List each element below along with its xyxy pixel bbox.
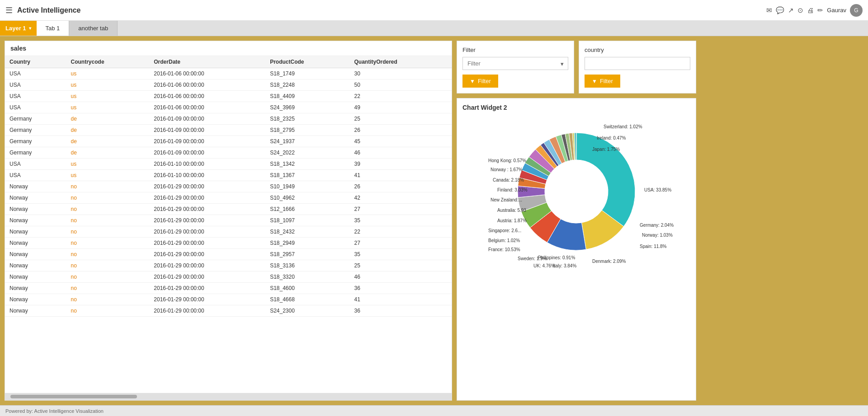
country-code-link[interactable]: us [71, 82, 77, 88]
chart-label: Spain: 11.8% [640, 244, 667, 249]
country-code-link[interactable]: no [71, 229, 77, 235]
chart-title: Chart Widget 2 [462, 104, 690, 111]
table-cell: 26 [349, 125, 452, 136]
table-cell: 2016-01-09 00:00:00 [149, 125, 265, 136]
country-code-link[interactable]: no [71, 240, 77, 246]
table-cell[interactable]: no [66, 204, 150, 215]
country-code-link[interactable]: no [71, 206, 77, 212]
chart-label: Japan: 1.75% [592, 147, 620, 152]
col-header-country: Country [5, 56, 66, 68]
table-cell[interactable]: us [66, 102, 150, 113]
hamburger-icon[interactable]: ☰ [5, 5, 13, 15]
chart-label: New Zealand:... [491, 197, 522, 202]
country-code-link[interactable]: de [71, 116, 77, 122]
country-code-link[interactable]: no [71, 308, 77, 314]
table-cell: 39 [349, 159, 452, 170]
table-cell: 2016-01-06 00:00:00 [149, 79, 265, 91]
table-row: USAus2016-01-06 00:00:00S18_440922 [5, 91, 452, 102]
chart-label: UK: 4.76% [533, 263, 555, 268]
table-cell[interactable]: us [66, 68, 150, 79]
chart-label: Canada: 2.18% [493, 178, 524, 182]
table-cell[interactable]: no [66, 271, 150, 283]
country-code-link[interactable]: no [71, 274, 77, 280]
table-cell: S10_4962 [265, 192, 349, 204]
table-cell: 27 [349, 238, 452, 249]
table-cell[interactable]: no [66, 192, 150, 204]
email-icon[interactable]: ✉ [766, 6, 772, 14]
tab-1[interactable]: Tab 1 [37, 21, 70, 36]
col-header-quantityordered: QuantityOrdered [349, 56, 452, 68]
edit-icon[interactable]: ✏ [817, 6, 823, 14]
country-code-link[interactable]: no [71, 217, 77, 224]
country-code-link[interactable]: no [71, 285, 77, 291]
country-code-link[interactable]: us [71, 93, 77, 99]
table-cell[interactable]: no [66, 238, 150, 249]
filter1-icon: ▼ [470, 78, 475, 84]
table-cell[interactable]: de [66, 125, 150, 136]
tab-another[interactable]: another tab [69, 21, 118, 36]
table-cell: Norway [5, 260, 66, 271]
country-code-link[interactable]: us [71, 104, 77, 111]
table-cell[interactable]: us [66, 79, 150, 91]
table-cell: S12_1666 [265, 204, 349, 215]
table-cell: 49 [349, 102, 452, 113]
table-cell: 2016-01-06 00:00:00 [149, 102, 265, 113]
layer-tab[interactable]: Layer 1 ▾ [0, 21, 37, 36]
table-cell[interactable]: de [66, 136, 150, 147]
country-code-link[interactable]: no [71, 296, 77, 303]
table-cell: Norway [5, 249, 66, 260]
country-code-link[interactable]: de [71, 127, 77, 133]
table-cell: S18_1342 [265, 159, 349, 170]
table-cell: S18_2432 [265, 226, 349, 238]
tab-bar: Layer 1 ▾ Tab 1 another tab [0, 21, 868, 36]
table-scroll[interactable]: CountryCountrycodeOrderDateProductCodeQu… [5, 56, 452, 393]
table-cell: 36 [349, 283, 452, 294]
table-row: Germanyde2016-01-09 00:00:00S24_202246 [5, 147, 452, 159]
print-icon[interactable]: 🖨 [807, 6, 814, 14]
country-code-link[interactable]: no [71, 195, 77, 201]
table-cell: 26 [349, 181, 452, 192]
chat-icon[interactable]: 💬 [776, 6, 784, 14]
table-row: Norwayno2016-01-29 00:00:00S18_466841 [5, 294, 452, 305]
table-cell[interactable]: no [66, 305, 150, 317]
horizontal-scrollbar[interactable] [5, 393, 452, 400]
table-cell[interactable]: us [66, 91, 150, 102]
settings-icon[interactable]: ⊙ [797, 6, 803, 14]
table-cell: S18_1367 [265, 170, 349, 181]
table-cell[interactable]: no [66, 294, 150, 305]
table-cell: 2016-01-06 00:00:00 [149, 68, 265, 79]
filter2-input[interactable] [585, 57, 690, 70]
table-cell: 2016-01-29 00:00:00 [149, 226, 265, 238]
table-cell[interactable]: us [66, 159, 150, 170]
table-cell[interactable]: de [66, 147, 150, 159]
table-cell: 2016-01-09 00:00:00 [149, 147, 265, 159]
filter1-input[interactable] [462, 57, 568, 70]
country-code-link[interactable]: no [71, 251, 77, 257]
country-code-link[interactable]: us [71, 172, 77, 178]
country-code-link[interactable]: no [71, 183, 77, 190]
country-code-link[interactable]: de [71, 138, 77, 145]
table-cell[interactable]: de [66, 113, 150, 125]
country-code-link[interactable]: us [71, 70, 77, 77]
table-cell: Germany [5, 113, 66, 125]
filter2-button[interactable]: ▼ Filter [585, 75, 620, 88]
country-code-link[interactable]: no [71, 262, 77, 269]
filter1-button[interactable]: ▼ Filter [462, 75, 498, 88]
table-cell[interactable]: no [66, 249, 150, 260]
table-cell[interactable]: no [66, 181, 150, 192]
table-cell: 22 [349, 91, 452, 102]
table-cell[interactable]: no [66, 260, 150, 271]
table-cell[interactable]: us [66, 170, 150, 181]
scrollbar-thumb[interactable] [10, 395, 137, 398]
country-code-link[interactable]: de [71, 150, 77, 156]
table-cell: Germany [5, 147, 66, 159]
country-code-link[interactable]: us [71, 161, 77, 167]
filter1-select-wrap[interactable] [462, 57, 568, 70]
share-icon[interactable]: ↗ [788, 6, 794, 14]
table-row: Norwayno2016-01-29 00:00:00S24_230036 [5, 305, 452, 317]
table-cell[interactable]: no [66, 226, 150, 238]
table-cell: 2016-01-29 00:00:00 [149, 283, 265, 294]
table-cell: S24_1937 [265, 136, 349, 147]
table-cell[interactable]: no [66, 283, 150, 294]
table-cell[interactable]: no [66, 215, 150, 226]
